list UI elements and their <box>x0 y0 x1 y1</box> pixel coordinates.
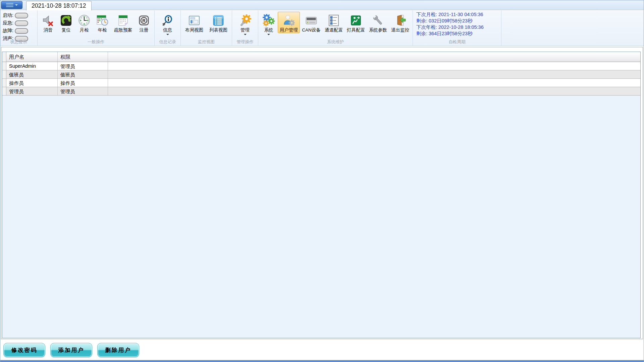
list-view-label: 列表视图 <box>209 27 227 33</box>
status-start-label: 启动: <box>3 12 13 18</box>
system-label: 系统 <box>264 27 273 33</box>
status-start: 启动: <box>1 12 36 18</box>
manage-label: 管理 <box>240 27 250 33</box>
register-label: 注册 <box>140 27 149 33</box>
manage-button[interactable]: 管理 <box>236 12 254 36</box>
table-row[interactable]: SuperAdmin 管理员 <box>2 62 640 70</box>
user-management-label: 用户管理 <box>280 27 298 33</box>
reset-label: 复位 <box>62 27 71 33</box>
mute-label: 消音 <box>44 27 53 33</box>
system-params-icon <box>372 14 384 27</box>
mute-icon <box>42 14 54 27</box>
layout-view-label: 布局视图 <box>185 27 203 33</box>
register-button[interactable]: R 注册 <box>135 12 153 33</box>
row-selector-header <box>2 52 6 62</box>
role-cell: 操作员 <box>58 79 108 87</box>
channel-config-button[interactable]: 通道配置 <box>323 12 345 33</box>
hamburger-icon <box>6 3 13 7</box>
list-view-icon <box>212 14 224 27</box>
row-selector[interactable] <box>2 87 6 95</box>
table-row[interactable]: 值班员 值班员 <box>2 70 640 79</box>
reset-button[interactable]: 复位 <box>57 12 75 33</box>
ribbon-toolbar: 启动: 应急: 故障: 消声: 状态提示 <box>0 10 644 46</box>
mute-button[interactable]: 消音 <box>39 12 57 33</box>
row-selector[interactable] <box>2 79 6 87</box>
change-password-button[interactable]: 修改密码 <box>3 343 45 357</box>
table-header-row: 用户名 权限 <box>2 52 640 62</box>
exit-monitor-label: 退出监控 <box>391 27 409 33</box>
group-label-selfcheck-cycle: 自检周期 <box>413 39 501 45</box>
channel-config-label: 通道配置 <box>325 27 343 33</box>
user-management-icon <box>283 14 295 27</box>
datetime-tab[interactable]: 2021-10-28 18:07:12 <box>26 1 92 10</box>
register-icon: R <box>138 14 150 27</box>
column-header-username[interactable]: 用户名 <box>6 52 58 62</box>
lamp-config-icon <box>350 14 362 27</box>
next-annual-check-text: 下次年检: 2022-10-28 18:05:36 <box>416 24 500 31</box>
empty-cell <box>108 79 640 87</box>
group-info-log: 信息 信息记录 <box>155 10 181 46</box>
lamp-config-button[interactable]: 灯具配置 <box>345 12 367 33</box>
column-header-spacer <box>108 52 640 62</box>
exit-monitor-icon <box>394 14 406 27</box>
group-system-maintenance: 系统 用户管理 <box>258 10 413 46</box>
layout-view-icon <box>188 14 200 27</box>
empty-cell <box>108 62 640 70</box>
row-selector[interactable] <box>2 70 6 78</box>
group-status: 启动: 应急: 故障: 消声: 状态提示 <box>0 10 38 46</box>
group-label-system-maintenance: 系统维护 <box>258 39 413 45</box>
annual-remaining-text: 剩余: 364日23时58分23秒 <box>416 31 500 37</box>
role-cell: 管理员 <box>58 87 108 95</box>
next-monthly-check-text: 下次月检: 2021-11-30 04:05:36 <box>416 11 500 18</box>
username-cell: 管理员 <box>6 87 58 95</box>
manage-dropdown-caret-icon <box>244 34 247 35</box>
group-general-ops: 消音 复位 <box>38 10 155 46</box>
manage-icon <box>239 14 251 27</box>
content-panel: 用户名 权限 SuperAdmin 管理员 值班员 值班员 操作员 操作员 管理… <box>1 47 643 339</box>
table-row[interactable]: 操作员 操作员 <box>2 79 640 87</box>
layout-view-button[interactable]: 布局视图 <box>182 12 206 33</box>
delete-user-button[interactable]: 删除用户 <box>97 343 139 357</box>
system-params-button[interactable]: 系统参数 <box>367 12 389 33</box>
app-menu-button[interactable] <box>1 1 22 9</box>
add-user-button[interactable]: 添加用户 <box>50 343 92 357</box>
info-button[interactable]: 信息 <box>159 12 177 36</box>
system-button[interactable]: 系统 <box>260 12 278 36</box>
status-fault: 故障: <box>1 28 36 34</box>
status-emergency-label: 应急: <box>3 20 13 26</box>
row-selector[interactable] <box>2 62 6 70</box>
group-label-general-ops: 一般操作 <box>38 39 154 45</box>
annual-check-icon <box>96 14 108 27</box>
info-icon <box>162 14 174 27</box>
status-fault-label: 故障: <box>3 28 13 34</box>
username-cell: 值班员 <box>6 70 58 78</box>
column-header-role[interactable]: 权限 <box>58 52 108 62</box>
group-label-status: 状态提示 <box>0 39 37 45</box>
annual-check-label: 年检 <box>98 27 107 33</box>
monthly-check-button[interactable]: 月检 <box>75 12 93 33</box>
list-view-button[interactable]: 列表视图 <box>206 12 230 33</box>
group-label-monitor-views: 监控视图 <box>181 39 232 45</box>
monthly-remaining-text: 剩余: 032日09时58分23秒 <box>416 18 500 24</box>
group-monitor-views: 布局视图 列表视图 <box>181 10 232 46</box>
status-emergency: 应急: <box>1 20 36 26</box>
footer-bar: 修改密码 添加用户 删除用户 <box>0 339 644 360</box>
role-cell: 管理员 <box>58 62 108 70</box>
can-device-button[interactable]: CAN设备 <box>300 12 323 33</box>
exit-monitor-button[interactable]: 退出监控 <box>389 12 411 33</box>
lamp-config-label: 灯具配置 <box>347 27 365 33</box>
window-bottom-edge <box>0 360 644 362</box>
system-icon <box>262 14 275 27</box>
annual-check-button[interactable]: 年检 <box>93 12 111 33</box>
monthly-check-icon <box>78 14 90 27</box>
role-cell: 值班员 <box>58 70 108 78</box>
table-row[interactable]: 管理员 管理员 <box>2 87 640 96</box>
evacuation-plan-label: 疏散预案 <box>114 27 132 33</box>
evacuation-plan-button[interactable]: 疏散预案 <box>111 12 135 33</box>
group-selfcheck-cycle: 下次月检: 2021-11-30 04:05:36 剩余: 032日09时58分… <box>413 10 501 46</box>
monthly-check-label: 月检 <box>80 27 89 33</box>
title-bar: 2021-10-28 18:07:12 <box>0 0 644 10</box>
user-management-button[interactable]: 用户管理 <box>278 12 300 33</box>
group-label-info-log: 信息记录 <box>155 39 180 45</box>
group-manage-ops: 管理 管理操作 <box>232 10 258 46</box>
